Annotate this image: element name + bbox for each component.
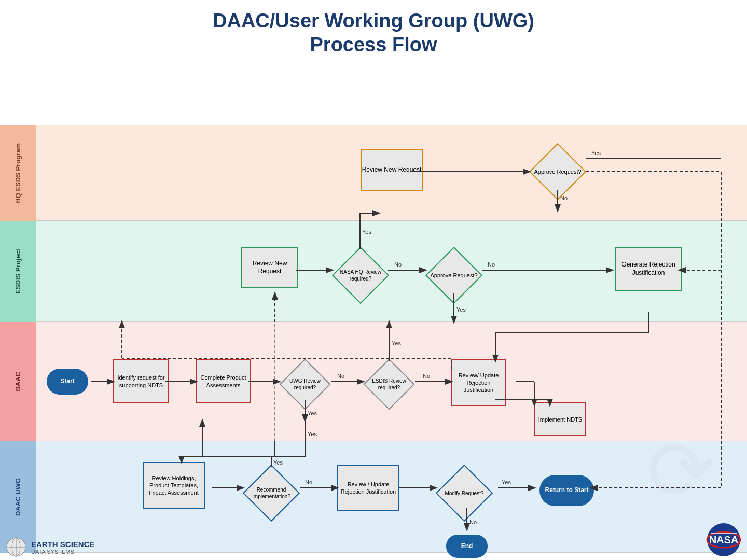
svg-text:NASA: NASA [709,534,739,545]
start-label: Start [60,377,74,386]
node-review-holdings: Review Holdings, Product Templates, Impa… [143,462,205,509]
node-review-update-rejection-daac: Review/ Update Rejection Justification [451,359,506,406]
footer-logo-main: EARTH SCIENCE [31,540,95,549]
node-return-to-start: Return to Start [540,475,594,506]
review-update-rejection-uwg-label: Review / Update Rejection Justification [338,481,398,496]
node-start: Start [47,369,88,395]
complete-product-label: Complete Product Assessments [197,374,250,389]
node-uwg-review: UWG Review required? [279,358,331,410]
review-new-hq-label: Review New Request [362,166,422,174]
node-end: End [446,535,488,558]
uwg-review-label: UWG Review required? [279,377,331,391]
diagram-area: HQ ESDS Program ESDIS Project DAAC DAAC … [0,63,747,560]
lane-uwg-label: DAAC UWG [14,478,22,516]
title-line1: DAAC/User Working Group (UWG) [213,10,534,32]
node-nasa-hq-review: NASA HQ Review required? [332,247,389,304]
node-implement-ndts: Implement NDTS [534,402,586,436]
recommend-impl-label: Recommend Implementation? [243,486,300,500]
identify-request-label: Identify request for supporting NDTS [114,374,168,389]
footer-logo-sub: DATA SYSTEMS [31,549,95,555]
footer-left: EARTH SCIENCE DATA SYSTEMS [5,536,95,558]
node-review-new-hq: Review New Request [361,149,423,191]
lane-label-esdis: ESDIS Project [0,221,36,322]
lane-daac-label: DAAC [14,372,22,391]
review-new-esdis-label: Review New Request [242,260,297,276]
lane-label-hq: HQ ESDS Program [0,125,36,221]
review-holdings-label: Review Holdings, Product Templates, Impa… [144,474,204,497]
approve-esdis-label: Approve Request? [430,272,477,279]
node-modify-request: Modify Request? [436,465,493,522]
node-complete-product: Complete Product Assessments [196,359,251,403]
page-title: DAAC/User Working Group (UWG) Process Fl… [0,0,747,61]
node-gen-rejection: Generate Rejection Justification [615,247,682,291]
modify-request-label: Modify Request? [445,490,483,497]
return-to-start-label: Return to Start [545,486,589,495]
gen-rejection-label: Generate Rejection Justification [616,261,681,277]
approve-hq-label: Approve Request? [534,168,581,175]
node-review-new-esdis: Review New Request [241,247,298,288]
esdis-review-label: ESDIS Review required? [363,377,415,391]
earth-logo-icon [5,536,27,558]
lane-hq-label: HQ ESDS Program [14,143,22,203]
node-identify-request: Identify request for supporting NDTS [113,359,169,403]
node-review-update-rejection-uwg: Review / Update Rejection Justification [337,465,399,511]
end-label: End [461,542,473,551]
node-recommend-impl: Recommend Implementation? [243,465,300,522]
node-approve-esdis: Approve Request? [425,247,482,304]
node-esdis-review: ESDIS Review required? [363,358,415,410]
implement-ndts-label: Implement NDTS [538,416,582,423]
lane-esdis-label: ESDIS Project [14,249,22,294]
node-approve-hq: Approve Request? [529,143,586,200]
nasa-logo-icon: NASA [706,522,742,558]
title-line2: Process Flow [310,34,437,55]
review-update-rejection-daac-label: Review/ Update Rejection Justification [452,372,505,394]
lane-label-daac: DAAC [0,322,36,441]
nasa-hq-review-label: NASA HQ Review required? [332,269,389,282]
